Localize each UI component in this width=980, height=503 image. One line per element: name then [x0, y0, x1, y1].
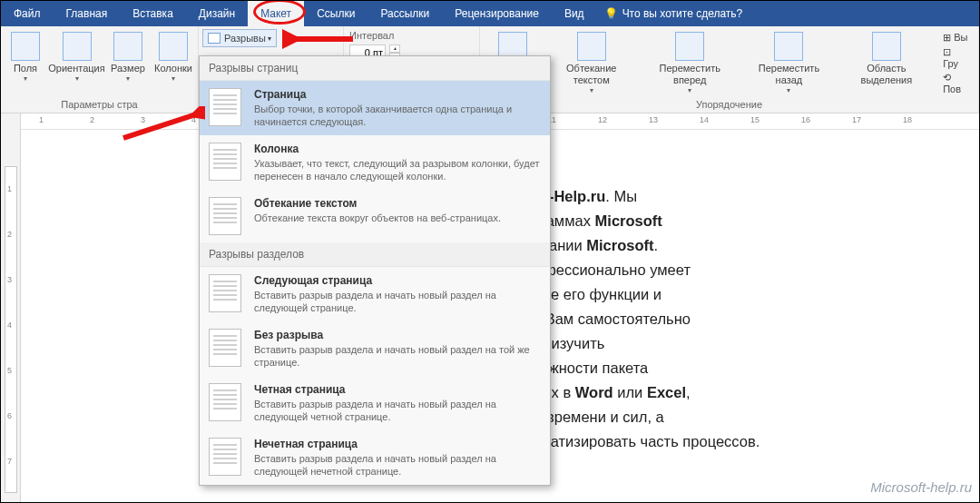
selection-pane-button[interactable]: Область выделения — [841, 30, 933, 88]
size-icon — [113, 32, 142, 61]
breaks-icon — [208, 33, 220, 44]
ruler-corner — [1, 113, 21, 130]
wrap-break-icon — [209, 197, 241, 235]
spin-up-icon[interactable]: ▴ — [389, 44, 400, 53]
group-label-page-setup: Параметры стра — [6, 97, 192, 112]
rotate-button[interactable]: ⟲ Пов — [943, 72, 969, 94]
tell-me[interactable]: 💡Что вы хотите сделать? — [604, 7, 743, 20]
break-next-page[interactable]: Следующая страницаВставить разрыв раздел… — [200, 267, 550, 321]
orientation-button[interactable]: Ориентация▾ — [52, 30, 102, 84]
tab-file[interactable]: Файл — [1, 1, 54, 26]
orientation-icon — [63, 32, 92, 61]
selection-icon — [872, 32, 901, 61]
page-break-icon — [209, 88, 241, 126]
columns-button[interactable]: Колонки▾ — [154, 30, 192, 84]
tab-references[interactable]: Ссылки — [304, 1, 368, 26]
break-text-wrap[interactable]: Обтекание текстомОбтекание текста вокруг… — [200, 190, 550, 242]
wrap-button[interactable]: Обтекание текстом▾ — [547, 30, 635, 96]
watermark: Microsoft-help.ru — [870, 479, 972, 495]
break-odd-page[interactable]: Нечетная страницаВставить разрыв раздела… — [200, 430, 550, 485]
bulb-icon: 💡 — [604, 7, 618, 20]
column-break-icon — [209, 143, 241, 181]
group-button[interactable]: ⊡ Гру — [943, 46, 969, 69]
vertical-ruler[interactable]: 123 4567 — [1, 130, 21, 503]
dropdown-section-section-breaks: Разрывы разделов — [200, 242, 550, 267]
group-arrange: Положение▾ Обтекание текстом▾ Переместит… — [480, 26, 979, 113]
breaks-dropdown: Разрывы страниц СтраницаВыбор точки, в к… — [199, 55, 551, 486]
break-page[interactable]: СтраницаВыбор точки, в которой заканчива… — [200, 81, 550, 135]
margins-button[interactable]: Поля▾ — [6, 30, 44, 84]
dropdown-section-page-breaks: Разрывы страниц — [200, 56, 550, 81]
margins-icon — [11, 32, 40, 61]
breaks-button[interactable]: Разрывы▾ — [202, 29, 277, 47]
columns-icon — [159, 32, 188, 61]
next-page-icon — [209, 274, 241, 312]
tab-layout[interactable]: Макет — [248, 1, 304, 26]
forward-button[interactable]: Переместить вперед▾ — [642, 30, 737, 96]
wrap-icon — [577, 32, 606, 61]
tab-design[interactable]: Дизайн — [186, 1, 248, 26]
group-label-arrange: Упорядочение — [485, 97, 973, 112]
forward-icon — [675, 32, 704, 61]
group-page-setup: Поля▾ Ориентация▾ Размер▾ Колонки▾ Парам… — [1, 26, 199, 113]
backward-icon — [774, 32, 803, 61]
size-button[interactable]: Размер▾ — [109, 30, 147, 84]
odd-page-icon — [209, 438, 241, 476]
chevron-down-icon: ▾ — [268, 35, 271, 43]
even-page-icon — [209, 383, 241, 421]
break-column[interactable]: КолонкаУказывает, что текст, следующий з… — [200, 135, 550, 190]
backward-button[interactable]: Переместить назад▾ — [744, 30, 833, 96]
tab-mailings[interactable]: Рассылки — [368, 1, 442, 26]
tab-home[interactable]: Главная — [54, 1, 121, 26]
tab-view[interactable]: Вид — [552, 1, 597, 26]
align-button[interactable]: ⊞ Вы — [943, 32, 969, 44]
break-continuous[interactable]: Без разрываВставить разрыв раздела и нач… — [200, 321, 550, 376]
tab-review[interactable]: Рецензирование — [442, 1, 552, 26]
continuous-icon — [209, 329, 241, 367]
break-even-page[interactable]: Четная страницаВставить разрыв раздела и… — [200, 376, 550, 430]
tab-bar: Файл Главная Вставка Дизайн Макет Ссылки… — [1, 1, 979, 26]
interval-label: Интервал — [349, 30, 394, 41]
tab-insert[interactable]: Вставка — [120, 1, 186, 26]
